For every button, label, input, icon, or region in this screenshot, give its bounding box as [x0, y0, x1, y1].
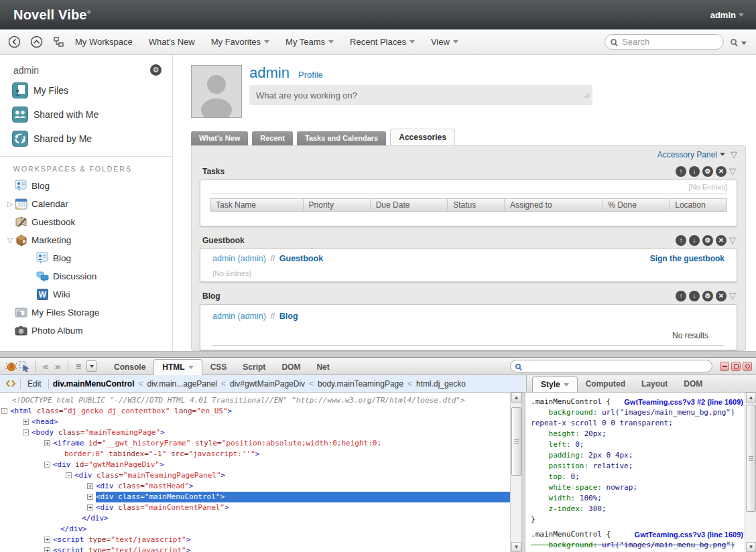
tab-whats-new[interactable]: What's New	[191, 131, 248, 145]
search-box[interactable]	[605, 34, 724, 50]
collapse-triangle-icon[interactable]: ▽	[729, 167, 736, 176]
tree-expander-icon[interactable]: -	[66, 472, 72, 478]
tree-expander-icon[interactable]: +	[23, 419, 29, 425]
collapse-triangle-icon[interactable]: ▽	[729, 291, 736, 300]
tab-dom-side[interactable]: DOM	[676, 376, 710, 392]
move-down-icon[interactable]: ↓	[689, 166, 700, 177]
tab-dom[interactable]: DOM	[273, 359, 308, 375]
tree-expander-icon[interactable]: +	[44, 547, 50, 552]
tab-script[interactable]: Script	[235, 359, 273, 375]
tab-computed[interactable]: Computed	[578, 376, 633, 392]
html-tree-line[interactable]: -<html class="dj_gecko dj_contentbox" la…	[0, 406, 510, 417]
breadcrumb-node[interactable]: div#gwtMainPageDiv	[230, 379, 305, 389]
html-tree-line[interactable]: <!DOCTYPE html PUBLIC "-//W3C//DTD HTML …	[0, 395, 510, 406]
column-header[interactable]: % Done	[603, 199, 670, 211]
tab-style[interactable]: Style	[532, 376, 578, 392]
settings-gear-icon[interactable]: ⚙	[702, 166, 713, 177]
sidebar-item-marketing[interactable]: ▽ Marketing	[0, 231, 172, 249]
up-button[interactable]	[30, 36, 43, 48]
profile-link[interactable]: Profile	[298, 70, 323, 80]
scroll-up-icon[interactable]: ▲	[746, 393, 756, 403]
resize-grip-icon[interactable]	[584, 92, 590, 98]
tree-expander-icon[interactable]: -	[1, 408, 7, 414]
expander-collapsed-icon[interactable]: ▷	[5, 200, 15, 208]
sidebar-item-my-files[interactable]: My Files	[0, 78, 172, 102]
column-header[interactable]: Due Date	[371, 199, 448, 211]
edit-button[interactable]: Edit	[27, 379, 42, 389]
move-up-icon[interactable]: ↑	[676, 235, 686, 246]
close-icon[interactable]: ✕	[716, 235, 727, 246]
column-header[interactable]: Location	[670, 199, 727, 211]
html-tree-line[interactable]: -<div id="gwtMainPageDiv">	[0, 460, 510, 470]
html-tree-line[interactable]: -<div class="mainTeamingPagePanel">	[0, 470, 510, 481]
html-tree-line[interactable]: -<body class="mainTeamingPage">	[0, 427, 510, 438]
html-tree-line[interactable]: +<div class="mastHead">	[0, 481, 510, 492]
firebug-search-input[interactable]	[525, 361, 707, 372]
minimize-button[interactable]	[720, 362, 729, 371]
tree-expander-icon[interactable]: +	[87, 504, 93, 510]
scroll-down-icon[interactable]: ▼	[746, 542, 756, 552]
move-down-icon[interactable]: ↓	[689, 291, 700, 301]
sidebar-item-marketing-blog[interactable]: Blog	[0, 249, 172, 267]
tree-expander-icon[interactable]: +	[44, 440, 50, 446]
code-brackets-icon[interactable]	[5, 379, 16, 388]
css-source-link[interactable]: GwtTeaming.css?v3 #2 (line 1609)	[624, 397, 743, 407]
html-tree-line[interactable]: border:0" tabindex="-1" src="javascript:…	[0, 449, 510, 460]
breadcrumb-user-link[interactable]: admin (admin)	[212, 312, 266, 321]
scrollbar-thumb[interactable]	[511, 407, 521, 476]
breadcrumb-guestbook-link[interactable]: Guestbook	[279, 254, 323, 263]
nav-item-view[interactable]: View	[431, 37, 458, 47]
detach-window-button[interactable]	[731, 362, 741, 371]
breadcrumb-node[interactable]: body.mainTeamingPage	[318, 379, 403, 389]
sidebar-item-my-files-storage[interactable]: My Files Storage	[0, 303, 172, 322]
breadcrumb-user-link[interactable]: admin (admin)	[212, 254, 266, 263]
tab-console[interactable]: Console	[106, 359, 153, 375]
settings-gear-icon[interactable]: ⚙	[702, 291, 713, 301]
sidebar-item-photo-album[interactable]: Photo Album	[0, 322, 172, 340]
html-tree-line[interactable]: +<iframe id="__gwt_historyFrame" style="…	[0, 438, 510, 449]
nav-item-whats-new[interactable]: What's New	[149, 37, 195, 47]
expander-expanded-icon[interactable]: ▽	[5, 236, 15, 245]
column-header[interactable]: Priority	[304, 199, 371, 211]
css-source-link[interactable]: GwtTeaming.css?v3 (line 1609)	[635, 529, 743, 540]
firebug-menu-button[interactable]	[86, 360, 97, 372]
column-header[interactable]: Status	[448, 199, 505, 211]
html-tree-line[interactable]: </div>	[0, 513, 510, 524]
status-input[interactable]	[249, 90, 584, 100]
column-header[interactable]: Assigned to	[505, 199, 603, 211]
firebug-bug-icon[interactable]	[4, 361, 17, 371]
tree-expander-icon[interactable]: +	[44, 537, 50, 543]
sidebar-item-shared-with-me[interactable]: Shared with Me	[0, 102, 172, 127]
panel-list-icon[interactable]: ≡	[72, 361, 84, 372]
sidebar-item-wiki[interactable]: W Wiki	[0, 285, 172, 303]
nav-item-my-workspace[interactable]: My Workspace	[75, 37, 133, 47]
sidebar-item-discussion[interactable]: Discussion	[0, 267, 172, 285]
html-tree-line[interactable]: </div>	[0, 524, 510, 535]
tree-expander-icon[interactable]: +	[87, 494, 93, 500]
tree-expander-icon[interactable]: -	[44, 462, 50, 468]
collapse-triangle-icon[interactable]: ▽	[729, 236, 736, 245]
nav-item-my-favorites[interactable]: My Favorites	[211, 37, 269, 47]
html-tree-scrollbar[interactable]: ▲ ▼	[510, 393, 521, 552]
nav-item-recent-places[interactable]: Recent Places	[350, 37, 415, 47]
close-icon[interactable]: ✕	[716, 291, 727, 301]
tab-css[interactable]: CSS	[202, 359, 235, 375]
sidebar-item-guestbook[interactable]: Guestbook	[0, 213, 172, 231]
sidebar-item-shared-by-me[interactable]: Shared by Me	[0, 127, 172, 151]
history-back-icon[interactable]: «	[40, 360, 52, 372]
scroll-down-icon[interactable]: ▼	[511, 542, 521, 552]
breadcrumb-node[interactable]: div.mainMenuControl	[53, 379, 135, 389]
firebug-search-box[interactable]	[510, 360, 712, 372]
tab-net[interactable]: Net	[308, 359, 337, 375]
style-pane-scrollbar[interactable]: ▲ ▼	[745, 393, 756, 552]
inspect-element-icon[interactable]	[17, 361, 31, 372]
tab-html[interactable]: HTML	[153, 359, 202, 375]
history-forward-icon[interactable]: »	[52, 360, 64, 372]
move-down-icon[interactable]: ↓	[689, 235, 700, 246]
tab-layout[interactable]: Layout	[633, 376, 676, 392]
tree-expander-icon[interactable]: +	[87, 483, 93, 489]
tree-expander-icon[interactable]: -	[23, 429, 29, 435]
back-button[interactable]	[8, 36, 21, 48]
breadcrumb-blog-link[interactable]: Blog	[279, 312, 298, 321]
collapse-triangle-icon[interactable]: ▽	[731, 150, 737, 159]
